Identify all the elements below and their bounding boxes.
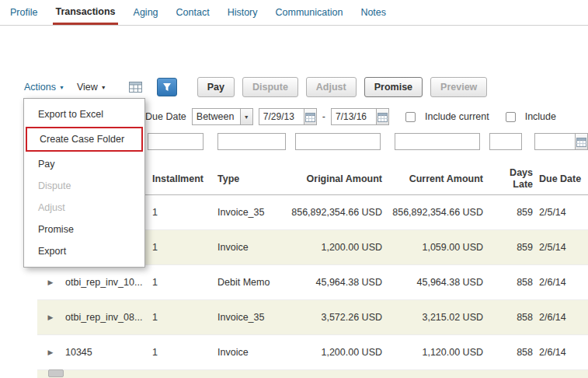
dispute-button[interactable]: Dispute xyxy=(242,77,298,97)
menu-item-adjust[interactable]: Adjust xyxy=(24,197,144,219)
tab-notes[interactable]: Notes xyxy=(358,0,388,25)
transaction-number-cell: 10345 xyxy=(65,347,149,358)
current-amount-cell: 45,964.38 USD xyxy=(385,277,483,288)
transaction-number-cell: otbi_rep_inv_08... xyxy=(65,312,149,323)
menu-item-pay[interactable]: Pay xyxy=(24,153,144,175)
include-second-label: Include xyxy=(525,111,556,122)
include-current-label: Include current xyxy=(425,111,489,122)
days-late-cell: 859 xyxy=(502,242,533,253)
current-amount-cell: 1,059.00 USD xyxy=(385,242,483,253)
original-amount-cell: 1,200.00 USD xyxy=(278,242,382,253)
row-expand-icon[interactable]: ▶ xyxy=(43,278,57,286)
preview-button[interactable]: Preview xyxy=(430,77,487,97)
qbe-type-input[interactable] xyxy=(217,133,286,150)
menu-item-create-case-folder[interactable]: Create Case Folder xyxy=(26,127,143,152)
days-late-cell: 858 xyxy=(502,347,533,358)
table-row[interactable]: ▶ otbi_rep_inv_08... 1 Invoice_35 3,572.… xyxy=(37,300,588,335)
actions-dropdown-menu: Export to Excel Create Case Folder Pay D… xyxy=(23,98,145,268)
menu-item-promise[interactable]: Promise xyxy=(24,219,144,240)
chevron-down-icon: ▼ xyxy=(101,85,106,90)
promise-button[interactable]: Promise xyxy=(364,77,423,97)
filter-funnel-icon xyxy=(162,82,172,92)
due-date-cell: 2/5/14 xyxy=(539,242,566,253)
menu-item-dispute[interactable]: Dispute xyxy=(24,175,144,197)
calendar-glyph xyxy=(576,137,586,147)
header-current-amount[interactable]: Current Amount xyxy=(385,173,483,184)
tab-profile[interactable]: Profile xyxy=(8,0,40,25)
menu-item-export[interactable]: Export xyxy=(24,240,144,262)
detach-table-icon[interactable] xyxy=(127,79,144,95)
query-by-example-button[interactable] xyxy=(157,78,177,96)
installment-cell: 1 xyxy=(152,347,158,358)
days-late-cell: 858 xyxy=(502,277,533,288)
table-grid-glyph xyxy=(129,82,143,93)
scrollbar-thumb[interactable] xyxy=(48,369,64,377)
due-date-cell: 2/5/14 xyxy=(539,207,566,218)
calendar-icon[interactable] xyxy=(575,133,588,150)
header-due-date[interactable]: Due Date xyxy=(539,173,581,184)
table-row-partial xyxy=(37,370,588,378)
days-late-cell: 858 xyxy=(502,312,533,323)
table-row[interactable]: ▶ 10345 1 Invoice 1,200.00 USD 1,120.00 … xyxy=(37,335,588,370)
header-installment[interactable]: Installment xyxy=(152,173,204,184)
header-days-late[interactable]: Days Late xyxy=(503,167,533,191)
qbe-due-date-input[interactable] xyxy=(534,133,575,150)
tab-bar: Profile Transactions Aging Contact Histo… xyxy=(0,0,588,26)
tab-history[interactable]: History xyxy=(225,0,260,25)
days-late-cell: 859 xyxy=(502,207,533,218)
installment-cell: 1 xyxy=(152,242,158,253)
current-amount-cell: 1,120.00 USD xyxy=(385,347,483,358)
installment-cell: 1 xyxy=(152,207,158,218)
original-amount-cell: 3,572.26 USD xyxy=(278,312,382,323)
due-date-to-input[interactable] xyxy=(331,108,376,125)
tab-communication[interactable]: Communication xyxy=(273,0,346,25)
chevron-down-icon[interactable]: ▼ xyxy=(240,108,253,125)
type-cell: Debit Memo xyxy=(217,277,270,288)
qbe-original-amount-input[interactable] xyxy=(295,133,381,150)
qbe-installment-input[interactable] xyxy=(148,133,204,150)
adjust-button[interactable]: Adjust xyxy=(306,77,357,97)
header-original-amount[interactable]: Original Amount xyxy=(278,173,382,184)
include-current-checkbox[interactable] xyxy=(405,112,416,122)
due-date-label: Due Date xyxy=(145,111,186,122)
qbe-due-date-field xyxy=(534,133,588,150)
type-cell: Invoice xyxy=(217,242,249,253)
calendar-icon[interactable] xyxy=(304,108,317,125)
due-date-from-input[interactable] xyxy=(259,108,304,125)
due-date-operator-select[interactable]: Between ▼ xyxy=(192,108,253,125)
due-date-to-field xyxy=(331,108,389,125)
header-type[interactable]: Type xyxy=(217,173,239,184)
table-row[interactable]: ▶ otbi_rep_inv_10... 1 Debit Memo 45,964… xyxy=(37,265,588,300)
type-cell: Invoice_35 xyxy=(217,207,264,218)
view-menu-label: View xyxy=(77,82,98,93)
qbe-current-amount-input[interactable] xyxy=(395,133,480,150)
transaction-number-cell: otbi_rep_inv_10... xyxy=(65,277,149,288)
installment-cell: 1 xyxy=(152,312,158,323)
calendar-icon[interactable] xyxy=(376,108,389,125)
tab-aging[interactable]: Aging xyxy=(131,0,161,25)
menu-item-export-to-excel[interactable]: Export to Excel xyxy=(24,103,144,125)
current-amount-cell: 3,215.02 USD xyxy=(385,312,483,323)
due-date-filter-bar: Due Date Between ▼ - xyxy=(145,108,556,125)
row-expand-icon[interactable]: ▶ xyxy=(43,348,57,356)
operator-value: Between xyxy=(192,108,240,125)
qbe-days-late-input[interactable] xyxy=(489,133,522,150)
due-date-cell: 2/6/14 xyxy=(539,347,566,358)
pay-button[interactable]: Pay xyxy=(197,77,235,97)
current-amount-cell: 856,892,354.66 USD xyxy=(385,207,483,218)
tab-transactions[interactable]: Transactions xyxy=(53,0,117,25)
due-date-from-field xyxy=(259,108,317,125)
actions-menu-button[interactable]: Actions ▼ xyxy=(22,77,67,97)
view-menu-button[interactable]: View ▼ xyxy=(75,77,109,97)
original-amount-cell: 856,892,354.66 USD xyxy=(278,207,382,218)
due-date-cell: 2/6/14 xyxy=(539,277,566,288)
chevron-down-icon: ▼ xyxy=(59,85,64,90)
actions-menu-label: Actions xyxy=(24,82,56,93)
table-toolbar: Actions ▼ View ▼ Pay Dispute Adjust Prom… xyxy=(22,77,487,97)
date-range-separator: - xyxy=(322,111,325,122)
row-expand-icon[interactable]: ▶ xyxy=(43,313,57,321)
calendar-glyph xyxy=(378,112,388,122)
include-second-checkbox[interactable] xyxy=(506,112,516,122)
due-date-cell: 2/6/14 xyxy=(539,312,566,323)
tab-contact[interactable]: Contact xyxy=(174,0,212,25)
